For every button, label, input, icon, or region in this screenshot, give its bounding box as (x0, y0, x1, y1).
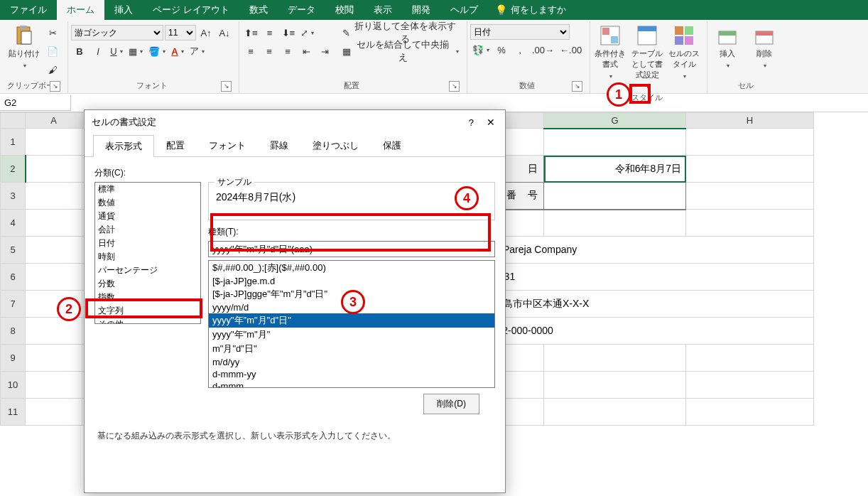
fill-color-button[interactable]: 🪣 (146, 43, 168, 60)
row-header[interactable]: 1 (1, 129, 26, 156)
category-item[interactable]: パーセンテージ (95, 264, 200, 277)
tab-review[interactable]: 校閲 (325, 0, 364, 20)
tab-insert[interactable]: 挿入 (104, 0, 143, 20)
dlg-tab-border[interactable]: 罫線 (258, 134, 300, 156)
category-item[interactable]: 時刻 (95, 250, 200, 264)
row-header[interactable]: 9 (1, 345, 26, 372)
type-list-item[interactable]: yyyy/m/d (209, 301, 494, 313)
category-listbox[interactable]: 標準数値通貨会計日付時刻パーセンテージ分数指数文字列その他ユーザー定義 (94, 182, 201, 324)
tellme[interactable]: 💡何をしますか (488, 0, 573, 20)
row-header[interactable]: 3 (1, 183, 26, 210)
align-center-button[interactable]: ≡ (261, 43, 278, 60)
insert-cells-button[interactable]: 挿入 (710, 24, 744, 69)
dec-decimal-button[interactable]: ←.00 (558, 41, 584, 58)
tab-dev[interactable]: 開発 (402, 0, 440, 20)
font-launcher[interactable]: ↘ (221, 81, 232, 92)
dialog-close-button[interactable]: ✕ (484, 117, 498, 128)
dlg-tab-number[interactable]: 表示形式 (93, 135, 154, 157)
align-left-button[interactable]: ≡ (242, 43, 259, 60)
cell[interactable]: TEL：082-000-0000 (459, 318, 814, 345)
row-header[interactable]: 5 (1, 237, 26, 264)
type-list-item[interactable]: [$-ja-JP]ggge"年"m"月"d"日" (209, 287, 494, 301)
align-launcher[interactable]: ↘ (449, 81, 460, 92)
orientation-button[interactable]: ⤢ (298, 24, 316, 41)
tab-data[interactable]: データ (278, 0, 325, 20)
tab-view[interactable]: 表示 (364, 0, 402, 20)
category-item[interactable]: 日付 (95, 237, 200, 250)
type-list-item[interactable]: [$-ja-JP]ge.m.d (209, 275, 494, 287)
cell-selected[interactable]: 令和6年8月7日 (544, 156, 686, 183)
type-list-item[interactable]: d-mmm (209, 380, 494, 388)
row-header[interactable]: 7 (1, 291, 26, 318)
tab-help[interactable]: ヘルプ (440, 0, 488, 20)
comma-button[interactable]: , (511, 41, 528, 58)
dialog-help-button[interactable]: ? (469, 117, 474, 128)
paste-button[interactable]: 貼り付け (7, 24, 41, 69)
bold-button[interactable]: B (71, 43, 88, 60)
category-item[interactable]: 会計 (95, 223, 200, 237)
tab-home[interactable]: ホーム (57, 0, 104, 20)
indent-dec-button[interactable]: ⇤ (298, 43, 315, 60)
align-right-button[interactable]: ≡ (279, 43, 296, 60)
type-list-item[interactable]: $#,##0.00_);[赤]($#,##0.00) (209, 261, 494, 275)
category-item[interactable]: 標準 (95, 183, 200, 196)
align-bottom-button[interactable]: ⬇≡ (280, 24, 298, 41)
clipboard-launcher[interactable]: ↘ (50, 81, 60, 92)
row-header[interactable]: 8 (1, 318, 26, 345)
number-format-select[interactable]: 日付 (470, 24, 570, 40)
category-item[interactable]: 指数 (95, 291, 200, 304)
accounting-format-button[interactable]: 💱 (470, 41, 492, 58)
font-color-button[interactable]: A (169, 43, 186, 60)
conditional-format-button[interactable]: 条件付き書式 (593, 24, 627, 80)
inc-decimal-button[interactable]: .00→ (530, 41, 556, 58)
border-button[interactable]: ▦ (126, 43, 145, 60)
type-list-item[interactable]: yyyy"年"m"月"d"日" (209, 313, 494, 328)
category-item[interactable]: 数値 (95, 196, 200, 210)
cell[interactable]: 株式会社Pareja Company (459, 237, 814, 264)
row-header[interactable]: 6 (1, 264, 26, 291)
cell-styles-button[interactable]: セルのスタイル (667, 24, 701, 80)
cell[interactable]: 〒730-0031 (459, 264, 814, 291)
dlg-tab-align[interactable]: 配置 (154, 134, 197, 156)
cell[interactable]: 広島県広島市中区本通X-X-X (459, 291, 814, 318)
category-item[interactable]: その他 (95, 318, 200, 324)
cut-button[interactable]: ✂ (44, 24, 61, 41)
format-painter-button[interactable]: 🖌 (44, 61, 61, 78)
align-middle-button[interactable]: ≡ (261, 24, 278, 41)
align-top-button[interactable]: ⬆≡ (242, 24, 260, 41)
row-header[interactable]: 4 (1, 210, 26, 237)
category-item[interactable]: 分数 (95, 277, 200, 291)
row-header[interactable]: 2 (1, 156, 26, 183)
col-header[interactable]: A (26, 113, 82, 129)
increase-font-button[interactable]: A↑ (197, 24, 215, 41)
select-all-corner[interactable] (1, 113, 26, 129)
tab-file[interactable]: ファイル (0, 0, 57, 20)
type-input[interactable] (208, 241, 495, 257)
decrease-font-button[interactable]: A↓ (216, 24, 233, 41)
font-name-select[interactable]: 游ゴシック (71, 25, 163, 41)
category-item[interactable]: 通貨 (95, 210, 200, 223)
format-table-button[interactable]: テーブルとして書式設定 (630, 24, 664, 90)
cell[interactable] (544, 183, 686, 210)
row-header[interactable]: 11 (1, 399, 26, 426)
underline-button[interactable]: U (108, 43, 125, 60)
tab-formulas[interactable]: 数式 (239, 0, 278, 20)
row-header[interactable]: 10 (1, 372, 26, 399)
percent-button[interactable]: % (493, 41, 510, 58)
copy-button[interactable]: 📄 (44, 43, 61, 60)
dlg-tab-font[interactable]: フォント (197, 134, 258, 156)
tab-layout[interactable]: ページ レイアウト (143, 0, 239, 20)
name-box[interactable] (0, 95, 71, 111)
type-list-item[interactable]: yyyy"年"m"月" (209, 328, 494, 342)
dlg-tab-fill[interactable]: 塗りつぶし (300, 134, 371, 156)
col-header[interactable]: G (544, 113, 686, 129)
type-list-item[interactable]: d-mmm-yy (209, 368, 494, 380)
merge-center-button[interactable]: ▦ セルを結合して中央揃え (340, 43, 461, 60)
category-item[interactable]: 文字列 (95, 304, 200, 318)
type-list-item[interactable]: m/d/yy (209, 356, 494, 368)
col-header[interactable]: H (686, 113, 814, 129)
phonetic-button[interactable]: ア (188, 43, 207, 60)
dlg-tab-protect[interactable]: 保護 (371, 134, 413, 156)
italic-button[interactable]: I (89, 43, 107, 60)
type-list-item[interactable]: m"月"d"日" (209, 342, 494, 356)
